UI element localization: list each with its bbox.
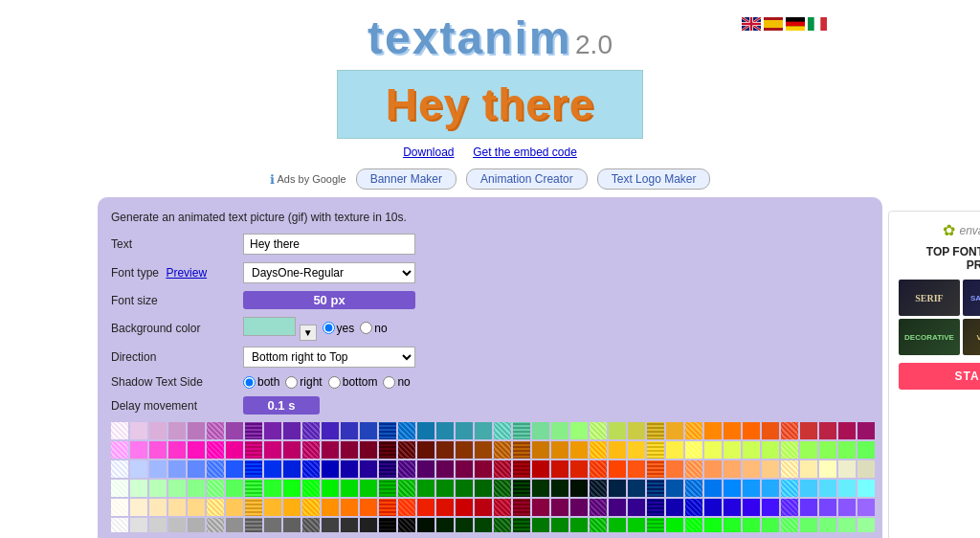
texture-cell[interactable] xyxy=(800,460,817,478)
texture-cell[interactable] xyxy=(800,518,817,532)
texture-cell[interactable] xyxy=(283,422,301,439)
texture-cell[interactable] xyxy=(149,499,167,516)
texture-cell[interactable] xyxy=(188,518,205,532)
texture-cell[interactable] xyxy=(724,499,741,516)
font-preview-link[interactable]: Preview xyxy=(166,266,207,280)
texture-cell[interactable] xyxy=(264,422,281,439)
texture-cell[interactable] xyxy=(838,441,856,459)
shadow-no-radio[interactable] xyxy=(383,376,395,389)
texture-cell[interactable] xyxy=(149,422,167,439)
text-input[interactable] xyxy=(243,234,415,255)
texture-cell[interactable] xyxy=(130,480,147,497)
texture-cell[interactable] xyxy=(781,480,798,497)
texture-cell[interactable] xyxy=(379,480,396,497)
texture-cell[interactable] xyxy=(436,499,454,516)
texture-cell[interactable] xyxy=(685,499,702,516)
texture-cell[interactable] xyxy=(704,422,722,439)
texture-cell[interactable] xyxy=(360,480,377,497)
download-link[interactable]: Download xyxy=(403,146,454,159)
texture-cell[interactable] xyxy=(666,422,683,439)
texture-cell[interactable] xyxy=(111,518,128,532)
texture-cell[interactable] xyxy=(858,499,875,516)
texture-cell[interactable] xyxy=(417,480,434,497)
texture-cell[interactable] xyxy=(704,460,722,478)
texture-cell[interactable] xyxy=(188,422,205,439)
texture-cell[interactable] xyxy=(398,480,415,497)
texture-cell[interactable] xyxy=(322,480,339,497)
texture-cell[interactable] xyxy=(858,518,875,532)
texture-cell[interactable] xyxy=(456,422,473,439)
texture-cell[interactable] xyxy=(226,441,243,459)
texture-cell[interactable] xyxy=(436,480,454,497)
texture-cell[interactable] xyxy=(685,460,702,478)
texture-cell[interactable] xyxy=(245,480,262,497)
texture-cell[interactable] xyxy=(302,460,320,478)
texture-cell[interactable] xyxy=(149,518,167,532)
texture-cell[interactable] xyxy=(283,460,301,478)
texture-cell[interactable] xyxy=(341,422,358,439)
texture-cell[interactable] xyxy=(436,441,454,459)
ad-start-button[interactable]: START NOW xyxy=(899,363,980,390)
texture-cell[interactable] xyxy=(762,480,779,497)
texture-cell[interactable] xyxy=(475,441,492,459)
texture-cell[interactable] xyxy=(494,422,511,439)
texture-cell[interactable] xyxy=(207,518,224,532)
texture-cell[interactable] xyxy=(188,480,205,497)
texture-cell[interactable] xyxy=(360,441,377,459)
texture-cell[interactable] xyxy=(685,422,702,439)
texture-cell[interactable] xyxy=(551,441,568,459)
texture-cell[interactable] xyxy=(685,480,702,497)
texture-cell[interactable] xyxy=(666,480,683,497)
texture-cell[interactable] xyxy=(226,518,243,532)
texture-cell[interactable] xyxy=(149,480,167,497)
bg-yes-radio[interactable] xyxy=(323,322,335,334)
texture-cell[interactable] xyxy=(379,441,396,459)
texture-cell[interactable] xyxy=(609,499,626,516)
texture-cell[interactable] xyxy=(341,499,358,516)
texture-cell[interactable] xyxy=(436,518,454,532)
texture-cell[interactable] xyxy=(322,441,339,459)
ad-vintage-cell[interactable]: VINTAGE xyxy=(963,319,980,355)
texture-cell[interactable] xyxy=(322,460,339,478)
texture-cell[interactable] xyxy=(494,518,511,532)
texture-cell[interactable] xyxy=(398,441,415,459)
texture-cell[interactable] xyxy=(188,441,205,459)
texture-cell[interactable] xyxy=(379,499,396,516)
texture-cell[interactable] xyxy=(456,460,473,478)
texture-cell[interactable] xyxy=(207,441,224,459)
texture-cell[interactable] xyxy=(207,422,224,439)
texture-cell[interactable] xyxy=(609,518,626,532)
texture-cell[interactable] xyxy=(417,518,434,532)
texture-cell[interactable] xyxy=(245,460,262,478)
texture-cell[interactable] xyxy=(570,422,588,439)
texture-cell[interactable] xyxy=(590,422,607,439)
texture-cell[interactable] xyxy=(302,518,320,532)
texture-cell[interactable] xyxy=(111,441,128,459)
texture-cell[interactable] xyxy=(685,441,702,459)
texture-cell[interactable] xyxy=(762,441,779,459)
texture-cell[interactable] xyxy=(647,499,664,516)
texture-cell[interactable] xyxy=(858,441,875,459)
texture-cell[interactable] xyxy=(532,499,549,516)
texture-cell[interactable] xyxy=(475,499,492,516)
texture-cell[interactable] xyxy=(207,460,224,478)
color-swatch[interactable] xyxy=(243,317,296,336)
texture-cell[interactable] xyxy=(781,518,798,532)
texture-cell[interactable] xyxy=(685,518,702,532)
texture-cell[interactable] xyxy=(379,460,396,478)
texture-cell[interactable] xyxy=(417,422,434,439)
color-dropdown-arrow[interactable]: ▼ xyxy=(300,325,317,341)
texture-cell[interactable] xyxy=(168,499,186,516)
texture-cell[interactable] xyxy=(570,480,588,497)
texture-cell[interactable] xyxy=(590,460,607,478)
texture-cell[interactable] xyxy=(628,441,645,459)
texture-cell[interactable] xyxy=(417,460,434,478)
flag-spain[interactable] xyxy=(764,17,783,31)
texture-cell[interactable] xyxy=(360,422,377,439)
texture-cell[interactable] xyxy=(551,480,568,497)
texture-cell[interactable] xyxy=(513,460,530,478)
texture-cell[interactable] xyxy=(628,499,645,516)
texture-cell[interactable] xyxy=(800,441,817,459)
texture-cell[interactable] xyxy=(168,441,186,459)
texture-cell[interactable] xyxy=(130,518,147,532)
